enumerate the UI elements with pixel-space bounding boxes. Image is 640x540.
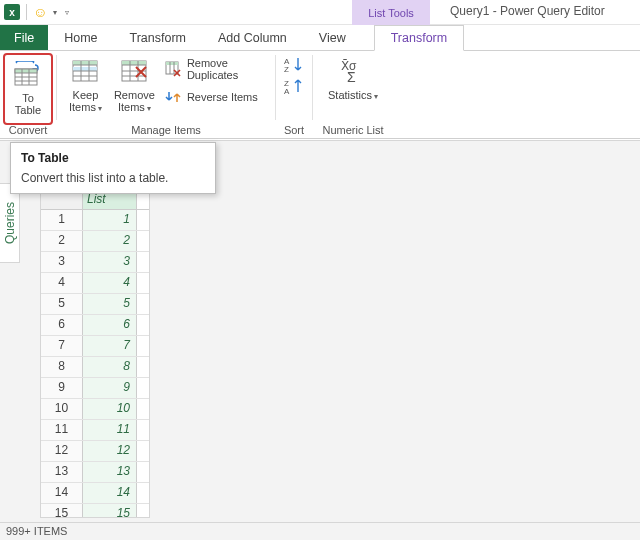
statistics-button[interactable]: X̄σ Σ Statistics — [322, 53, 384, 119]
queries-pane-collapsed[interactable]: Queries — [0, 183, 20, 263]
separator — [26, 4, 27, 20]
reverse-items-icon — [165, 89, 181, 105]
cell-value[interactable]: 15 — [83, 504, 137, 518]
svg-rect-2 — [15, 69, 37, 73]
remove-items-button[interactable]: Remove Items — [108, 53, 161, 119]
sort-asc-button[interactable]: AZ — [284, 55, 304, 73]
status-item-count: 999+ ITEMS — [6, 525, 67, 537]
table-row[interactable]: 88 — [41, 357, 149, 378]
cell-value[interactable]: 11 — [83, 420, 137, 440]
svg-text:Σ: Σ — [347, 69, 356, 84]
table-row[interactable]: 22 — [41, 231, 149, 252]
keep-items-button[interactable]: Keep Items — [63, 53, 108, 119]
cell-value[interactable]: 4 — [83, 273, 137, 293]
row-number: 13 — [41, 462, 83, 482]
status-bar: 999+ ITEMS — [0, 522, 640, 540]
table-row[interactable]: 1111 — [41, 420, 149, 441]
table-row[interactable]: 1010 — [41, 399, 149, 420]
tab-home[interactable]: Home — [48, 25, 113, 50]
qat-dropdown-icon[interactable]: ▾ — [53, 8, 57, 17]
cell-value[interactable]: 1 — [83, 210, 137, 230]
tooltip-body: Convert this list into a table. — [21, 171, 205, 185]
cell-value[interactable]: 5 — [83, 294, 137, 314]
tab-add-column[interactable]: Add Column — [202, 25, 303, 50]
group-label-numeric-list: Numeric List — [313, 124, 393, 136]
cell-value[interactable]: 9 — [83, 378, 137, 398]
reverse-items-label: Reverse Items — [187, 91, 258, 103]
table-row[interactable]: 44 — [41, 273, 149, 294]
to-table-highlight: To Table — [3, 53, 53, 125]
to-table-button[interactable]: To Table — [6, 56, 50, 122]
excel-icon: x — [4, 4, 20, 20]
tooltip-to-table: To Table Convert this list into a table. — [10, 142, 216, 194]
table-row[interactable]: 33 — [41, 252, 149, 273]
table-row[interactable]: 1212 — [41, 441, 149, 462]
row-number: 2 — [41, 231, 83, 251]
remove-duplicates-icon — [165, 61, 181, 77]
cell-value[interactable]: 8 — [83, 357, 137, 377]
table-row[interactable]: 66 — [41, 315, 149, 336]
row-number: 12 — [41, 441, 83, 461]
group-label-manage-items: Manage Items — [57, 124, 275, 136]
qat-customize-icon[interactable]: ▿ — [65, 8, 69, 17]
ribbon-tabs: File Home Transform Add Column View Tran… — [0, 25, 640, 51]
row-number: 1 — [41, 210, 83, 230]
ribbon-group-manage-items: Keep Items Remove Ite — [57, 51, 275, 138]
table-row[interactable]: 11 — [41, 210, 149, 231]
ribbon: To Table Convert — [0, 51, 640, 139]
row-number: 11 — [41, 420, 83, 440]
remove-duplicates-label: Remove Duplicates — [187, 57, 265, 81]
svg-rect-9 — [73, 67, 97, 71]
remove-duplicates-button[interactable]: Remove Duplicates — [161, 55, 269, 83]
sort-desc-button[interactable]: ZA — [284, 77, 304, 95]
cell-value[interactable]: 6 — [83, 315, 137, 335]
table-row[interactable]: 77 — [41, 336, 149, 357]
window-title: Query1 - Power Query Editor — [450, 4, 605, 18]
row-number: 6 — [41, 315, 83, 335]
editor-area: Queries List 112233445566778899101011111… — [0, 140, 640, 522]
svg-text:Z: Z — [284, 65, 289, 73]
row-number: 10 — [41, 399, 83, 419]
quick-access-toolbar: x ☺ ▾ ▿ — [0, 4, 73, 20]
cell-value[interactable]: 2 — [83, 231, 137, 251]
reverse-items-button[interactable]: Reverse Items — [161, 87, 269, 107]
row-number: 4 — [41, 273, 83, 293]
tooltip-title: To Table — [21, 151, 205, 165]
table-row[interactable]: 1414 — [41, 483, 149, 504]
keep-items-label: Keep Items — [69, 89, 102, 115]
group-label-convert: Convert — [0, 124, 56, 136]
tab-transform-context[interactable]: Transform — [374, 25, 465, 51]
cell-value[interactable]: 13 — [83, 462, 137, 482]
cell-value[interactable]: 10 — [83, 399, 137, 419]
svg-rect-25 — [166, 62, 178, 65]
title-bar: x ☺ ▾ ▿ List Tools Query1 - Power Query … — [0, 0, 640, 25]
tab-file[interactable]: File — [0, 25, 48, 50]
smiley-icon[interactable]: ☺ — [33, 4, 47, 20]
row-number: 5 — [41, 294, 83, 314]
table-row[interactable]: 1515 — [41, 504, 149, 518]
cell-value[interactable]: 3 — [83, 252, 137, 272]
table-row[interactable]: 1313 — [41, 462, 149, 483]
queries-label: Queries — [3, 202, 17, 244]
svg-text:A: A — [284, 87, 290, 95]
svg-rect-8 — [73, 61, 97, 65]
row-number: 9 — [41, 378, 83, 398]
svg-rect-16 — [122, 61, 146, 65]
table-row[interactable]: 55 — [41, 294, 149, 315]
tab-view[interactable]: View — [303, 25, 362, 50]
statistics-label: Statistics — [328, 89, 378, 103]
data-grid[interactable]: List 11223344556677889910101111121213131… — [40, 189, 150, 518]
cell-value[interactable]: 7 — [83, 336, 137, 356]
ribbon-group-convert: To Table Convert — [0, 51, 56, 138]
row-number: 7 — [41, 336, 83, 356]
remove-items-label: Remove Items — [114, 89, 155, 115]
table-row[interactable]: 99 — [41, 378, 149, 399]
row-number: 14 — [41, 483, 83, 503]
statistics-icon: X̄σ Σ — [337, 55, 369, 87]
cell-value[interactable]: 12 — [83, 441, 137, 461]
ribbon-group-numeric-list: X̄σ Σ Statistics Numeric List — [313, 51, 393, 138]
cell-value[interactable]: 14 — [83, 483, 137, 503]
to-table-icon — [12, 58, 44, 90]
remove-items-icon — [118, 55, 150, 87]
tab-transform[interactable]: Transform — [114, 25, 203, 50]
